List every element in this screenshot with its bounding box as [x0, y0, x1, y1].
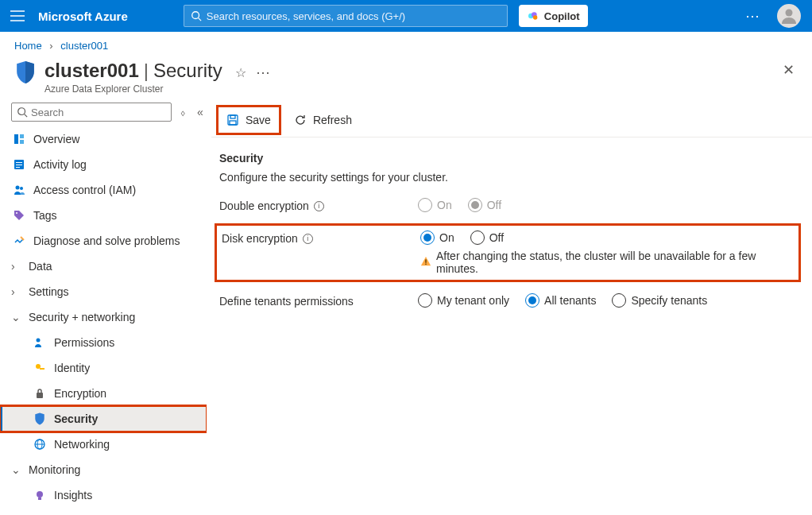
radio-icon	[468, 198, 482, 212]
sidebar-item-label: Tags	[33, 209, 57, 222]
close-blade-icon[interactable]: ✕	[783, 61, 795, 79]
refresh-button-label: Refresh	[313, 114, 352, 126]
breadcrumb-separator-icon: ›	[44, 40, 57, 52]
refresh-button[interactable]: Refresh	[286, 107, 360, 133]
sidebar-item-iam[interactable]: Access control (IAM)	[0, 177, 207, 203]
chevron-right-icon: ›	[11, 285, 22, 298]
tenants-all[interactable]: All tenants	[525, 293, 596, 308]
resource-shield-icon	[14, 60, 37, 87]
disk-encryption-on[interactable]: On	[420, 230, 454, 245]
svg-point-8	[786, 10, 793, 17]
disk-encryption-off[interactable]: Off	[470, 230, 504, 245]
top-more-icon[interactable]: ⋯	[734, 7, 772, 25]
chevron-right-icon: ›	[11, 260, 22, 273]
sidebar-group-label: Data	[29, 260, 52, 273]
sidebar-sort-icon[interactable]: ⬨	[176, 106, 189, 118]
svg-point-9	[18, 108, 25, 115]
top-bar: Microsoft Azure Copilot ⋯	[0, 0, 812, 32]
svg-point-19	[20, 187, 23, 190]
row-tenants: Define tenants permissions My tenant onl…	[219, 293, 796, 308]
sidebar-item-label: Insights	[54, 489, 92, 501]
save-highlight-box: Save	[216, 105, 281, 135]
svg-rect-16	[16, 165, 22, 165]
sidebar-item-permissions[interactable]: Permissions	[0, 330, 207, 355]
radio-label: Specify tenants	[631, 294, 707, 307]
disk-encryption-label: Disk encryption	[222, 232, 298, 245]
title-more-icon[interactable]: ⋯	[256, 67, 272, 78]
chevron-down-icon: ⌄	[11, 463, 22, 476]
main-pane: Save Refresh Security Configure the secu…	[207, 101, 812, 514]
people-icon	[33, 336, 46, 349]
sidebar-item-tags[interactable]: Tags	[0, 203, 207, 228]
tenants-specify[interactable]: Specify tenants	[612, 293, 707, 308]
breadcrumb-current[interactable]: cluster001	[60, 40, 108, 52]
sidebar-item-insights[interactable]: Insights	[0, 482, 207, 508]
shield-icon	[33, 412, 46, 425]
key-icon	[33, 362, 46, 374]
sidebar-item-diagnose[interactable]: Diagnose and solve problems	[0, 228, 207, 254]
radio-label: All tenants	[544, 294, 596, 307]
sidebar-collapse-icon[interactable]: «	[194, 106, 207, 118]
double-encryption-on: On	[418, 198, 452, 212]
globe-icon	[33, 438, 46, 451]
radio-icon	[418, 293, 432, 308]
sidebar: ⬨ « Overview Activity log Access control…	[0, 101, 207, 514]
radio-icon	[612, 293, 626, 308]
copilot-button[interactable]: Copilot	[519, 5, 588, 27]
page-title-resource: cluster001	[44, 60, 139, 82]
favorite-star-icon[interactable]: ☆	[235, 65, 246, 80]
sidebar-group-data[interactable]: › Data	[0, 254, 207, 279]
info-icon[interactable]: i	[314, 201, 324, 211]
sidebar-item-encryption[interactable]: Encryption	[0, 381, 207, 406]
svg-rect-33	[425, 259, 426, 262]
people-icon	[13, 184, 25, 196]
row-double-encryption: Double encryption i On Off	[219, 198, 796, 212]
svg-point-20	[16, 212, 17, 214]
global-search[interactable]	[184, 5, 508, 27]
warning-icon	[420, 256, 431, 269]
double-encryption-label: Double encryption	[219, 199, 309, 212]
svg-rect-17	[16, 167, 20, 168]
save-button[interactable]: Save	[218, 107, 279, 133]
radio-icon	[418, 198, 432, 212]
sidebar-group-security-networking[interactable]: ⌄ Security + networking	[0, 304, 207, 330]
sidebar-group-label: Security + networking	[29, 311, 135, 323]
sidebar-item-identity[interactable]: Identity	[0, 355, 207, 381]
sidebar-item-label: Overview	[33, 133, 79, 145]
radio-label: My tenant only	[437, 294, 509, 307]
svg-point-21	[37, 339, 41, 343]
sidebar-item-label: Identity	[54, 362, 90, 374]
radio-icon	[525, 293, 539, 308]
user-avatar[interactable]	[777, 4, 801, 28]
sidebar-item-label: Activity log	[33, 158, 87, 171]
copilot-label: Copilot	[544, 10, 580, 22]
sidebar-item-activity-log[interactable]: Activity log	[0, 152, 207, 177]
svg-rect-11	[14, 134, 18, 144]
global-search-input[interactable]	[202, 10, 501, 23]
tenants-label: Define tenants permissions	[219, 295, 354, 308]
activity-log-icon	[13, 158, 25, 171]
sidebar-search[interactable]	[11, 103, 172, 122]
double-encryption-radio-group: On Off	[418, 198, 796, 212]
sidebar-item-overview[interactable]: Overview	[0, 126, 207, 152]
sidebar-item-security[interactable]: Security	[0, 406, 207, 432]
copilot-icon	[527, 10, 539, 22]
sidebar-group-settings[interactable]: › Settings	[0, 279, 207, 304]
diagnose-icon	[13, 234, 25, 247]
double-encryption-off: Off	[468, 198, 501, 212]
sidebar-search-input[interactable]	[28, 106, 166, 119]
sidebar-group-monitoring[interactable]: ⌄ Monitoring	[0, 457, 207, 482]
row-disk-encryption: Disk encryption i On Off	[215, 223, 801, 282]
svg-line-10	[25, 114, 28, 118]
sidebar-item-label: Diagnose and solve problems	[33, 234, 180, 247]
breadcrumb-home[interactable]: Home	[14, 40, 42, 52]
info-icon[interactable]: i	[303, 234, 313, 244]
save-button-label: Save	[246, 114, 271, 126]
tenants-my-only[interactable]: My tenant only	[418, 293, 509, 308]
sidebar-item-label: Access control (IAM)	[33, 184, 136, 196]
svg-point-3	[192, 12, 199, 19]
radio-label: On	[439, 231, 454, 244]
sidebar-item-networking[interactable]: Networking	[0, 432, 207, 457]
tag-icon	[13, 209, 25, 222]
hamburger-menu-icon[interactable]	[0, 0, 35, 32]
